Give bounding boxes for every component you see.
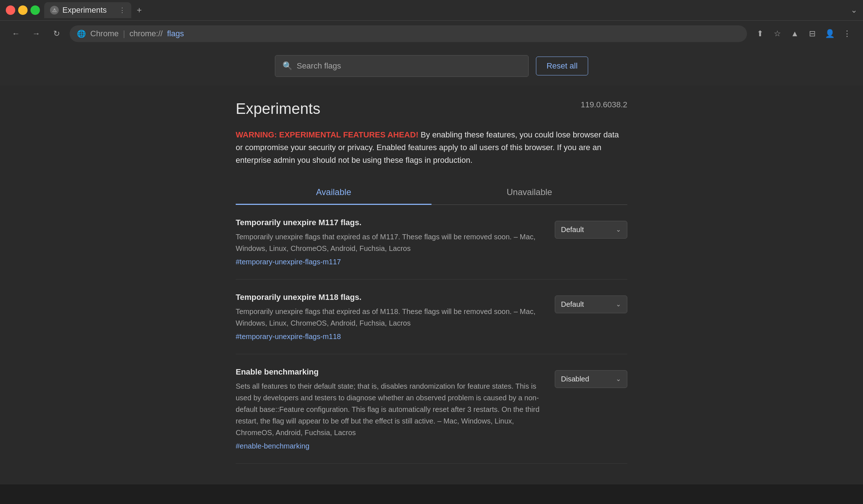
url-prefix: chrome:// — [129, 29, 163, 38]
address-bar: ← → ↻ 🌐 Chrome | chrome://flags ⬆ ☆ ▲ ⊟ … — [0, 20, 863, 46]
refresh-button[interactable]: ↻ — [49, 26, 64, 41]
flag-select-dropdown[interactable]: Disabled ⌄ — [555, 370, 627, 388]
tab-close-button[interactable]: ⋮ — [119, 6, 125, 14]
url-divider: | — [123, 29, 125, 38]
profile-button[interactable]: 👤 — [822, 26, 837, 41]
search-placeholder: Search flags — [297, 61, 341, 71]
reset-all-button[interactable]: Reset all — [536, 57, 588, 75]
flag-description: Sets all features to their default state… — [236, 380, 540, 438]
share-button[interactable]: ⬆ — [753, 26, 767, 41]
flag-link[interactable]: #temporary-unexpire-flags-m118 — [236, 332, 341, 340]
chevron-down-icon: ⌄ — [616, 226, 621, 234]
flag-info: Enable benchmarking Sets all features to… — [236, 367, 540, 450]
new-tab-button[interactable]: + — [133, 4, 146, 17]
tabs-navigation: Available Unavailable — [236, 180, 627, 205]
version-text: 119.0.6038.2 — [581, 100, 627, 110]
tab-menu-button[interactable]: ⌄ — [851, 5, 857, 15]
flag-select-dropdown[interactable]: Default ⌄ — [555, 221, 627, 239]
flag-description: Temporarily unexpire flags that expired … — [236, 306, 540, 329]
flag-info: Temporarily unexpire M118 flags. Tempora… — [236, 293, 540, 341]
flag-control: Default ⌄ — [555, 296, 627, 313]
flag-info: Temporarily unexpire M117 flags. Tempora… — [236, 218, 540, 266]
flag-link[interactable]: #temporary-unexpire-flags-m117 — [236, 258, 341, 266]
chevron-down-icon: ⌄ — [616, 300, 621, 308]
bookmark-button[interactable]: ☆ — [770, 26, 785, 41]
split-view-button[interactable]: ⊟ — [805, 26, 819, 41]
flag-description: Temporarily unexpire flags that expired … — [236, 231, 540, 254]
tab-bar: ⚠ Experiments ⋮ + ⌄ — [44, 2, 857, 18]
flag-select-dropdown[interactable]: Default ⌄ — [555, 296, 627, 313]
url-bar[interactable]: 🌐 Chrome | chrome://flags — [70, 25, 747, 42]
title-bar: ⚠ Experiments ⋮ + ⌄ — [0, 0, 863, 20]
flag-select-value: Disabled — [561, 375, 589, 383]
flag-name: Enable benchmarking — [236, 367, 540, 377]
close-button[interactable] — [6, 5, 15, 15]
flag-name: Temporarily unexpire M118 flags. — [236, 293, 540, 302]
url-flags: flags — [167, 29, 184, 38]
flag-item: Enable benchmarking Sets all features to… — [236, 354, 627, 464]
flag-item: Temporarily unexpire M118 flags. Tempora… — [236, 280, 627, 354]
page-title: Experiments — [236, 100, 320, 117]
search-box[interactable]: 🔍 Search flags — [275, 55, 529, 77]
flag-control: Disabled ⌄ — [555, 370, 627, 388]
flag-link[interactable]: #enable-benchmarking — [236, 442, 309, 450]
search-icon: 🔍 — [282, 61, 292, 71]
extension-button[interactable]: ▲ — [788, 26, 802, 41]
tab-favicon: ⚠ — [50, 6, 59, 15]
tab-unavailable[interactable]: Unavailable — [432, 180, 627, 205]
flag-control: Default ⌄ — [555, 221, 627, 239]
warning-label: WARNING: EXPERIMENTAL FEATURES AHEAD! — [236, 130, 418, 139]
content-inner: Experiments 119.0.6038.2 WARNING: EXPERI… — [214, 86, 649, 478]
flag-name: Temporarily unexpire M117 flags. — [236, 218, 540, 227]
tab-available[interactable]: Available — [236, 180, 432, 205]
forward-button[interactable]: → — [29, 26, 44, 41]
chevron-down-icon: ⌄ — [616, 375, 621, 383]
flags-list: Temporarily unexpire M117 flags. Tempora… — [236, 205, 627, 464]
minimize-button[interactable] — [18, 5, 28, 15]
menu-button[interactable]: ⋮ — [840, 26, 854, 41]
toolbar-actions: ⬆ ☆ ▲ ⊟ 👤 ⋮ — [753, 26, 854, 41]
flag-item: Temporarily unexpire M117 flags. Tempora… — [236, 205, 627, 280]
flag-select-value: Default — [561, 300, 584, 309]
secure-icon: 🌐 — [77, 29, 86, 38]
maximize-button[interactable] — [30, 5, 40, 15]
search-area: 🔍 Search flags Reset all — [0, 46, 863, 86]
active-tab[interactable]: ⚠ Experiments ⋮ — [44, 2, 131, 18]
traffic-lights — [6, 5, 40, 15]
flag-select-value: Default — [561, 226, 584, 234]
page-header: Experiments 119.0.6038.2 — [236, 100, 627, 117]
content-wrapper: Experiments 119.0.6038.2 WARNING: EXPERI… — [0, 86, 863, 484]
tab-label: Experiments — [62, 5, 107, 15]
warning-banner: WARNING: EXPERIMENTAL FEATURES AHEAD! By… — [236, 128, 627, 167]
url-chrome-text: Chrome — [90, 29, 119, 38]
back-button[interactable]: ← — [9, 26, 23, 41]
